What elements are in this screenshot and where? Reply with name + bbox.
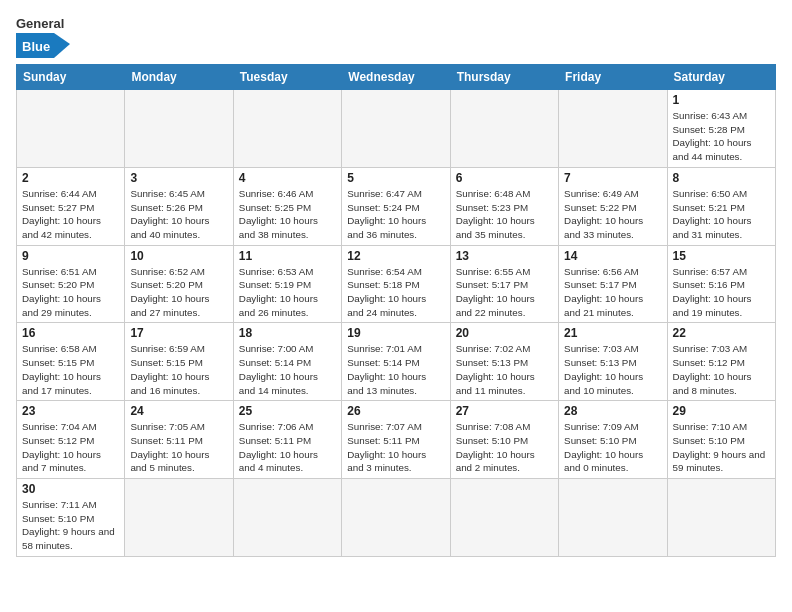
- calendar-cell: 8Sunrise: 6:50 AMSunset: 5:21 PMDaylight…: [667, 167, 775, 245]
- day-info: Sunrise: 6:46 AMSunset: 5:25 PMDaylight:…: [239, 187, 336, 242]
- day-number: 13: [456, 249, 553, 263]
- day-number: 9: [22, 249, 119, 263]
- calendar-cell: 28Sunrise: 7:09 AMSunset: 5:10 PMDayligh…: [559, 401, 667, 479]
- day-number: 3: [130, 171, 227, 185]
- weekday-header-friday: Friday: [559, 65, 667, 90]
- day-info: Sunrise: 7:06 AMSunset: 5:11 PMDaylight:…: [239, 420, 336, 475]
- day-info: Sunrise: 6:50 AMSunset: 5:21 PMDaylight:…: [673, 187, 770, 242]
- calendar-week-row: 30Sunrise: 7:11 AMSunset: 5:10 PMDayligh…: [17, 479, 776, 557]
- day-number: 10: [130, 249, 227, 263]
- day-info: Sunrise: 6:58 AMSunset: 5:15 PMDaylight:…: [22, 342, 119, 397]
- calendar-week-row: 2Sunrise: 6:44 AMSunset: 5:27 PMDaylight…: [17, 167, 776, 245]
- calendar-cell: 5Sunrise: 6:47 AMSunset: 5:24 PMDaylight…: [342, 167, 450, 245]
- calendar-cell: 2Sunrise: 6:44 AMSunset: 5:27 PMDaylight…: [17, 167, 125, 245]
- day-info: Sunrise: 7:10 AMSunset: 5:10 PMDaylight:…: [673, 420, 770, 475]
- calendar-cell: 9Sunrise: 6:51 AMSunset: 5:20 PMDaylight…: [17, 245, 125, 323]
- calendar-cell: 12Sunrise: 6:54 AMSunset: 5:18 PMDayligh…: [342, 245, 450, 323]
- day-number: 22: [673, 326, 770, 340]
- header-area: GeneralBlue: [16, 10, 776, 58]
- calendar-week-row: 1Sunrise: 6:43 AMSunset: 5:28 PMDaylight…: [17, 90, 776, 168]
- weekday-header-sunday: Sunday: [17, 65, 125, 90]
- calendar-cell: [342, 90, 450, 168]
- day-number: 5: [347, 171, 444, 185]
- weekday-header-tuesday: Tuesday: [233, 65, 341, 90]
- calendar-cell: [342, 479, 450, 557]
- calendar-week-row: 23Sunrise: 7:04 AMSunset: 5:12 PMDayligh…: [17, 401, 776, 479]
- day-number: 23: [22, 404, 119, 418]
- day-number: 17: [130, 326, 227, 340]
- day-info: Sunrise: 6:51 AMSunset: 5:20 PMDaylight:…: [22, 265, 119, 320]
- logo: GeneralBlue: [16, 10, 70, 58]
- calendar-table: SundayMondayTuesdayWednesdayThursdayFrid…: [16, 64, 776, 557]
- generalblue-logo-icon: GeneralBlue: [16, 14, 70, 58]
- day-info: Sunrise: 6:55 AMSunset: 5:17 PMDaylight:…: [456, 265, 553, 320]
- calendar-cell: 14Sunrise: 6:56 AMSunset: 5:17 PMDayligh…: [559, 245, 667, 323]
- day-info: Sunrise: 6:53 AMSunset: 5:19 PMDaylight:…: [239, 265, 336, 320]
- day-number: 16: [22, 326, 119, 340]
- weekday-header-monday: Monday: [125, 65, 233, 90]
- day-info: Sunrise: 7:05 AMSunset: 5:11 PMDaylight:…: [130, 420, 227, 475]
- calendar-cell: 13Sunrise: 6:55 AMSunset: 5:17 PMDayligh…: [450, 245, 558, 323]
- day-info: Sunrise: 6:59 AMSunset: 5:15 PMDaylight:…: [130, 342, 227, 397]
- day-number: 25: [239, 404, 336, 418]
- calendar-cell: 15Sunrise: 6:57 AMSunset: 5:16 PMDayligh…: [667, 245, 775, 323]
- calendar-cell: [233, 479, 341, 557]
- calendar-cell: 17Sunrise: 6:59 AMSunset: 5:15 PMDayligh…: [125, 323, 233, 401]
- day-number: 24: [130, 404, 227, 418]
- calendar-cell: 16Sunrise: 6:58 AMSunset: 5:15 PMDayligh…: [17, 323, 125, 401]
- day-number: 11: [239, 249, 336, 263]
- day-info: Sunrise: 6:47 AMSunset: 5:24 PMDaylight:…: [347, 187, 444, 242]
- day-info: Sunrise: 7:01 AMSunset: 5:14 PMDaylight:…: [347, 342, 444, 397]
- day-info: Sunrise: 6:44 AMSunset: 5:27 PMDaylight:…: [22, 187, 119, 242]
- calendar-cell: 11Sunrise: 6:53 AMSunset: 5:19 PMDayligh…: [233, 245, 341, 323]
- day-number: 28: [564, 404, 661, 418]
- day-number: 14: [564, 249, 661, 263]
- calendar-cell: [125, 90, 233, 168]
- calendar-cell: 7Sunrise: 6:49 AMSunset: 5:22 PMDaylight…: [559, 167, 667, 245]
- weekday-header-saturday: Saturday: [667, 65, 775, 90]
- day-number: 20: [456, 326, 553, 340]
- svg-text:Blue: Blue: [22, 39, 50, 54]
- day-info: Sunrise: 6:54 AMSunset: 5:18 PMDaylight:…: [347, 265, 444, 320]
- day-info: Sunrise: 7:00 AMSunset: 5:14 PMDaylight:…: [239, 342, 336, 397]
- calendar-cell: 19Sunrise: 7:01 AMSunset: 5:14 PMDayligh…: [342, 323, 450, 401]
- calendar-cell: 27Sunrise: 7:08 AMSunset: 5:10 PMDayligh…: [450, 401, 558, 479]
- day-info: Sunrise: 7:03 AMSunset: 5:13 PMDaylight:…: [564, 342, 661, 397]
- page: GeneralBlue SundayMondayTuesdayWednesday…: [0, 0, 792, 612]
- calendar-cell: 6Sunrise: 6:48 AMSunset: 5:23 PMDaylight…: [450, 167, 558, 245]
- calendar-week-row: 9Sunrise: 6:51 AMSunset: 5:20 PMDaylight…: [17, 245, 776, 323]
- day-info: Sunrise: 6:43 AMSunset: 5:28 PMDaylight:…: [673, 109, 770, 164]
- day-info: Sunrise: 7:07 AMSunset: 5:11 PMDaylight:…: [347, 420, 444, 475]
- day-number: 26: [347, 404, 444, 418]
- day-number: 2: [22, 171, 119, 185]
- calendar-cell: [17, 90, 125, 168]
- calendar-cell: 22Sunrise: 7:03 AMSunset: 5:12 PMDayligh…: [667, 323, 775, 401]
- calendar-cell: 29Sunrise: 7:10 AMSunset: 5:10 PMDayligh…: [667, 401, 775, 479]
- calendar-cell: [559, 479, 667, 557]
- weekday-header-wednesday: Wednesday: [342, 65, 450, 90]
- day-number: 29: [673, 404, 770, 418]
- day-info: Sunrise: 7:04 AMSunset: 5:12 PMDaylight:…: [22, 420, 119, 475]
- day-number: 27: [456, 404, 553, 418]
- day-number: 8: [673, 171, 770, 185]
- day-number: 18: [239, 326, 336, 340]
- calendar-cell: 24Sunrise: 7:05 AMSunset: 5:11 PMDayligh…: [125, 401, 233, 479]
- calendar-cell: 30Sunrise: 7:11 AMSunset: 5:10 PMDayligh…: [17, 479, 125, 557]
- day-number: 19: [347, 326, 444, 340]
- day-info: Sunrise: 6:56 AMSunset: 5:17 PMDaylight:…: [564, 265, 661, 320]
- day-info: Sunrise: 7:08 AMSunset: 5:10 PMDaylight:…: [456, 420, 553, 475]
- calendar-cell: [450, 479, 558, 557]
- calendar-week-row: 16Sunrise: 6:58 AMSunset: 5:15 PMDayligh…: [17, 323, 776, 401]
- calendar-cell: 3Sunrise: 6:45 AMSunset: 5:26 PMDaylight…: [125, 167, 233, 245]
- calendar-cell: 26Sunrise: 7:07 AMSunset: 5:11 PMDayligh…: [342, 401, 450, 479]
- day-number: 7: [564, 171, 661, 185]
- day-info: Sunrise: 7:11 AMSunset: 5:10 PMDaylight:…: [22, 498, 119, 553]
- calendar-cell: 18Sunrise: 7:00 AMSunset: 5:14 PMDayligh…: [233, 323, 341, 401]
- calendar-cell: 10Sunrise: 6:52 AMSunset: 5:20 PMDayligh…: [125, 245, 233, 323]
- calendar-cell: [450, 90, 558, 168]
- day-number: 12: [347, 249, 444, 263]
- calendar-cell: 1Sunrise: 6:43 AMSunset: 5:28 PMDaylight…: [667, 90, 775, 168]
- day-info: Sunrise: 6:48 AMSunset: 5:23 PMDaylight:…: [456, 187, 553, 242]
- day-number: 1: [673, 93, 770, 107]
- calendar-cell: [125, 479, 233, 557]
